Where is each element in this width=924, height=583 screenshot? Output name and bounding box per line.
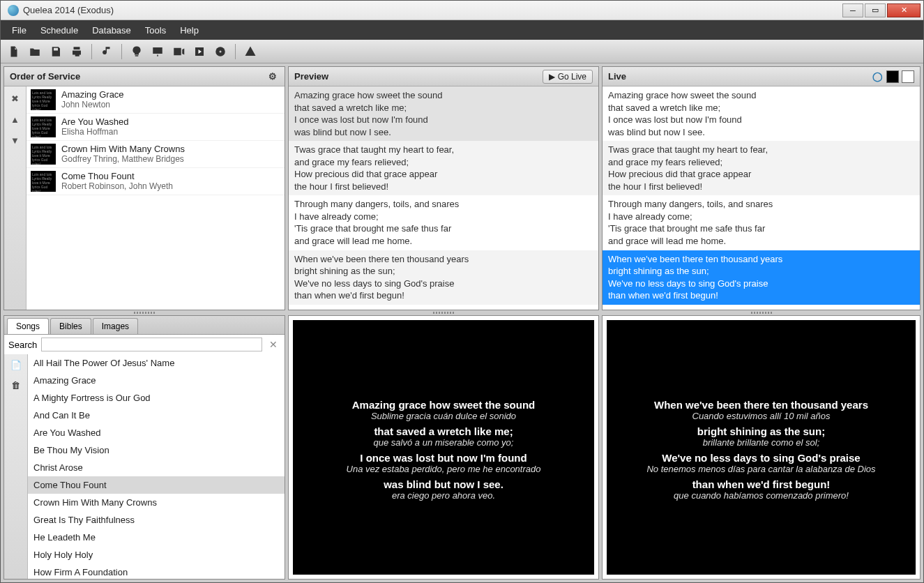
bulb-icon[interactable] — [129, 44, 144, 59]
gear-icon[interactable]: ⚙ — [266, 70, 279, 83]
lyrics-line: Through many dangers, toils, and snares — [608, 198, 914, 211]
order-item-author: Godfrey Thring, Matthew Bridges — [61, 154, 185, 164]
close-button[interactable]: ✕ — [887, 3, 921, 17]
preview-panel: Preview ▶ Go Live Amazing grace how swee… — [288, 66, 599, 310]
screen-line-translation: Sublime gracia cuán dulce el sonido — [371, 411, 516, 421]
order-item[interactable]: Lots and lots Lyrics Really love it More… — [26, 114, 285, 141]
play-circle-icon: ▶ — [549, 72, 555, 82]
go-live-label: Go Live — [558, 72, 586, 82]
logo-icon[interactable]: ◯ — [871, 70, 884, 83]
new-schedule-icon[interactable] — [6, 44, 22, 59]
lyrics-line: was blind but now I see. — [294, 126, 593, 139]
live-screen: When we've been there ten thousand years… — [607, 320, 916, 575]
save-icon[interactable] — [48, 44, 63, 59]
song-thumb-icon: Lots and lots Lyrics Really love it More… — [31, 171, 56, 192]
lyrics-line: and grace will lead me home. — [294, 235, 593, 248]
lyrics-verse[interactable]: Twas grace that taught my heart to fear,… — [603, 141, 920, 195]
lyrics-verse[interactable]: Amazing grace how sweet the soundthat sa… — [289, 86, 598, 141]
library-side-toolbar: 📄 🗑 — [4, 354, 28, 579]
order-item[interactable]: Lots and lots Lyrics Really love it More… — [26, 86, 285, 114]
list-item[interactable]: Christ Arose — [28, 459, 285, 476]
list-item[interactable]: A Mighty Fortress is Our God — [28, 389, 285, 407]
presentation-icon[interactable] — [150, 44, 165, 59]
menu-file[interactable]: File — [5, 22, 33, 38]
list-item[interactable]: Great Is Thy Faithfulness — [28, 511, 285, 529]
music-note-icon[interactable] — [99, 44, 114, 59]
screen-line-translation: Una vez estaba perdido, pero me he encon… — [347, 464, 541, 474]
lyrics-line: I have already come; — [294, 211, 593, 223]
order-header: Order of Service ⚙ — [4, 67, 285, 86]
order-item[interactable]: Lots and lots Lyrics Really love it More… — [26, 141, 285, 168]
menu-schedule[interactable]: Schedule — [33, 22, 85, 38]
lyrics-verse[interactable]: When we've been there ten thousand years… — [603, 250, 920, 305]
vertical-splitter[interactable] — [602, 310, 921, 315]
delete-icon[interactable]: 🗑 — [11, 380, 20, 391]
lyrics-verse[interactable]: Through many dangers, toils, and snaresI… — [289, 195, 598, 250]
list-item[interactable]: All Hail The Power Of Jesus' Name — [28, 354, 285, 372]
live-lyrics[interactable]: Amazing grace how sweet the soundthat sa… — [603, 86, 920, 310]
warning-icon[interactable] — [243, 44, 258, 59]
list-item[interactable]: Holy Holy Holy — [28, 546, 285, 563]
clear-screen-button[interactable] — [902, 70, 914, 83]
remove-item-icon[interactable]: ✖ — [9, 92, 22, 105]
list-item[interactable]: How Firm A Foundation — [28, 563, 285, 579]
move-up-icon[interactable]: ▲ — [9, 113, 22, 126]
screen-line-en: than when we'd first begun! — [692, 478, 831, 490]
live-column: Live ◯ Amazing grace how sweet the sound… — [602, 66, 921, 580]
lyrics-verse[interactable]: Through many dangers, toils, and snaresI… — [603, 195, 920, 250]
tab-bibles[interactable]: Bibles — [50, 318, 91, 334]
maximize-button[interactable]: ▭ — [865, 3, 886, 17]
order-item[interactable]: Lots and lots Lyrics Really love it More… — [26, 168, 285, 195]
lyrics-verse[interactable]: Twas grace that taught my heart to fear,… — [289, 141, 598, 195]
minimize-button[interactable]: ─ — [842, 3, 863, 17]
move-down-icon[interactable]: ▼ — [9, 134, 22, 146]
video-icon[interactable] — [171, 44, 186, 59]
song-list[interactable]: All Hail The Power Of Jesus' NameAmazing… — [28, 354, 285, 579]
app-window: Quelea 2014 (Exodus) ─ ▭ ✕ File Schedule… — [0, 0, 924, 583]
lyrics-line: I once was lost but now I'm found — [294, 114, 593, 126]
lyrics-line: and grace will lead me home. — [608, 235, 914, 248]
lyrics-line: and grace my fears relieved; — [608, 156, 914, 169]
list-item[interactable]: Come Thou Fount — [28, 476, 285, 494]
preview-title: Preview — [294, 71, 543, 82]
song-thumb-icon: Lots and lots Lyrics Really love it More… — [31, 116, 56, 137]
dvd-icon[interactable] — [213, 44, 228, 59]
preview-lyrics[interactable]: Amazing grace how sweet the soundthat sa… — [289, 86, 598, 310]
menu-tools[interactable]: Tools — [138, 22, 173, 38]
menu-help[interactable]: Help — [173, 22, 206, 38]
play-icon[interactable] — [192, 44, 207, 59]
tab-images[interactable]: Images — [93, 318, 138, 334]
order-item-title: Amazing Grace — [61, 89, 124, 100]
list-item[interactable]: Are You Washed — [28, 424, 285, 441]
menu-database[interactable]: Database — [85, 22, 138, 38]
lyrics-line: that saved a wretch like me; — [294, 102, 593, 114]
library-panel: Songs Bibles Images Search ✕ 📄 🗑 All Hai… — [3, 315, 285, 580]
tab-songs[interactable]: Songs — [7, 318, 49, 334]
lyrics-line: We've no less days to sing God's praise — [294, 278, 593, 290]
clear-search-icon[interactable]: ✕ — [266, 339, 280, 350]
open-icon[interactable] — [27, 44, 43, 59]
lyrics-verse[interactable]: Amazing grace how sweet the soundthat sa… — [603, 86, 920, 141]
vertical-splitter[interactable] — [288, 310, 599, 315]
order-item-title: Crown Him With Many Crowns — [61, 144, 185, 154]
vertical-splitter[interactable] — [3, 310, 285, 315]
live-panel: Live ◯ Amazing grace how sweet the sound… — [602, 66, 921, 310]
list-item[interactable]: Amazing Grace — [28, 372, 285, 389]
black-screen-button[interactable] — [886, 70, 899, 83]
lyrics-line: was blind but now I see. — [608, 126, 914, 139]
toolbar-separator — [121, 44, 122, 59]
search-input[interactable] — [41, 338, 262, 351]
list-item[interactable]: And Can It Be — [28, 407, 285, 424]
list-item[interactable]: Crown Him With Many Crowns — [28, 494, 285, 511]
order-of-service-panel: Order of Service ⚙ ✖ ▲ ▼ Lots and lots L… — [3, 66, 285, 310]
screen-line-en: that saved a wretch like me; — [374, 425, 513, 437]
copy-icon[interactable]: 📄 — [10, 360, 22, 370]
list-item[interactable]: He Leadeth Me — [28, 529, 285, 546]
screen-line-translation: era ciego pero ahora veo. — [392, 490, 495, 501]
list-item[interactable]: Be Thou My Vision — [28, 441, 285, 459]
lyrics-verse[interactable]: When we've been there ten thousand years… — [289, 250, 598, 305]
order-list[interactable]: Lots and lots Lyrics Really love it More… — [26, 86, 285, 310]
print-icon[interactable] — [69, 44, 84, 59]
screen-line-translation: No tenemos menos días para cantar la ala… — [646, 464, 875, 474]
go-live-button[interactable]: ▶ Go Live — [543, 70, 593, 84]
